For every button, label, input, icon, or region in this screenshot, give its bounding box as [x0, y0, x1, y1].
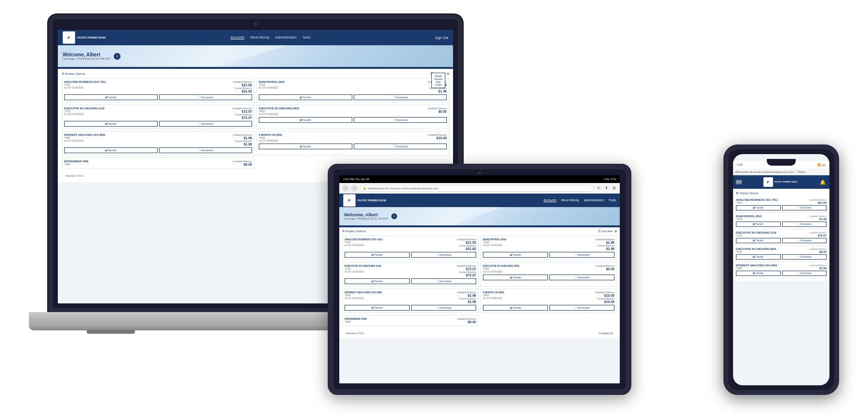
tablet-logo-box: P: [343, 194, 356, 207]
laptop-documents-btn-5[interactable]: 📄 Documents: [354, 144, 447, 149]
laptop-transfer-btn-5[interactable]: ⇄ Transfer: [259, 144, 352, 149]
laptop-notification[interactable]: 1: [114, 53, 120, 60]
tablet-footer: Member FDIC Contact Us: [342, 330, 617, 337]
tablet-content: ⚙ Display Options ☰ List view ⊞: [339, 227, 620, 339]
phone-notification-bell[interactable]: 🔔: [819, 178, 827, 186]
laptop-nav-accounts[interactable]: Accounts: [230, 36, 244, 39]
laptop-account-date-2: As Of: 07/26/2022: [64, 113, 105, 116]
tablet-signal: LTE 77%: [604, 178, 616, 181]
laptop-current-amount-4: $1.96: [233, 143, 252, 146]
laptop-transfer-btn-0[interactable]: ⇄ Transfer: [64, 94, 158, 100]
tablet-nav-move-money[interactable]: Move Money: [561, 198, 579, 202]
phone-device: 2:55 📶 5G officepremier.biz.business.onl…: [723, 144, 839, 395]
laptop-hero: Welcome, Albert Last login: 07/29/2022 0…: [58, 45, 453, 67]
tablet-account-card-1: BANCONTROL-2918 *2918 As Of: 07/26/2022 …: [481, 236, 617, 260]
tablet-documents-btn-5[interactable]: 📄 Documents: [549, 305, 614, 311]
laptop-transfer-btn-3[interactable]: ⇄ Transfer: [259, 117, 352, 123]
laptop-transfer-btn-4[interactable]: ⇄ Transfer: [64, 147, 158, 153]
tablet-list-view[interactable]: ☰ List view: [598, 229, 613, 233]
laptop-bank-nav: P PACIFIC PREMIER BANK Accounts Move Mon…: [58, 30, 453, 45]
tablet-contact[interactable]: Contact Us: [599, 332, 613, 335]
tablet-account-date-1: As Of: 07/26/2022: [483, 244, 506, 247]
tablet-nav-administration[interactable]: Administration: [584, 198, 604, 202]
tablet-current-amount-0: $21.62: [457, 247, 476, 250]
tablet-documents-btn-1[interactable]: 📄 Documents: [549, 252, 614, 258]
laptop-welcome: Welcome, Albert Last login: 07/29/2022 0…: [63, 52, 111, 60]
phone-account-number-2: *1102: [736, 234, 776, 237]
phone-documents-btn-3[interactable]: 📄 Documents: [782, 254, 827, 260]
tablet-documents-btn-0[interactable]: 📄 Documents: [411, 252, 476, 258]
phone-transfer-btn-2[interactable]: ⇄ Transfer: [736, 238, 781, 243]
tablet-documents-btn-2[interactable]: 📄 Documents: [411, 278, 476, 284]
phone-transfer-btn-3[interactable]: ⇄ Transfer: [736, 254, 781, 260]
tablet-account-actions-5: ⇄ Transfer 📄 Documents: [483, 305, 614, 311]
phone-account-card-1: BANCONTROL-2918 *2918 Available Balance …: [736, 213, 827, 229]
tablet-display-options[interactable]: ⚙ Display Options: [342, 229, 366, 233]
tablet-url-text: officepremier.biz.business.online-bankin…: [368, 187, 439, 190]
phone-documents-btn-2[interactable]: 📄 Documents: [782, 238, 827, 243]
phone-url-bar[interactable]: officepremier.biz.business.online-bankin…: [733, 169, 829, 175]
tablet-account-card-0: ANALYZED BUSINESS CKG-7911 *7911 As Of: …: [342, 236, 479, 260]
phone-transfer-btn-4[interactable]: ⇄ Transfer: [736, 271, 781, 276]
laptop-documents-btn-3[interactable]: 📄 Documents: [354, 117, 447, 123]
tablet-back-btn[interactable]: ‹: [342, 185, 349, 192]
laptop-avail-amount-2: $72.07: [233, 110, 252, 113]
laptop-documents-btn-1[interactable]: 📄 Documents: [354, 94, 447, 100]
laptop-transfer-btn-1[interactable]: ⇄ Transfer: [259, 94, 352, 100]
laptop-documents-btn-4[interactable]: 📄 Documents: [159, 147, 253, 153]
laptop-sign-out[interactable]: Sign Out: [435, 36, 448, 39]
phone-display-options[interactable]: ⚙ Display Options: [736, 191, 827, 195]
laptop-transfer-btn-2[interactable]: ⇄ Transfer: [64, 121, 158, 127]
laptop-nav-move-money[interactable]: Move Money: [250, 36, 269, 39]
phone-transfer-btn-0[interactable]: ⇄ Transfer: [736, 205, 781, 210]
tablet-fdic: Member FDIC: [346, 332, 364, 335]
phone-documents-btn-0[interactable]: 📄 Documents: [782, 205, 827, 210]
laptop-nav-administration[interactable]: Administration: [275, 36, 296, 39]
phone-logo-letter: P: [767, 181, 769, 184]
tablet-share-icon[interactable]: ⬆: [603, 185, 609, 191]
laptop-grid-icon[interactable]: ⊞: [447, 72, 449, 75]
tablet-transfer-btn-4[interactable]: ⇄ Transfer: [345, 305, 410, 311]
tablet-forward-btn[interactable]: ›: [351, 185, 358, 192]
laptop-account-date-3: As Of: 07/26/2022: [259, 113, 299, 116]
tablet-transfer-btn-0[interactable]: ⇄ Transfer: [345, 252, 410, 258]
laptop-display-options[interactable]: ⚙ Display Options: [62, 72, 85, 75]
laptop-logo: P PACIFIC PREMIER BANK: [63, 31, 106, 44]
scene: P PACIFIC PREMIER BANK Accounts Move Mon…: [0, 0, 868, 419]
laptop-documents-btn-2[interactable]: 📄 Documents: [159, 121, 253, 127]
tablet-nav-accounts[interactable]: Accounts: [544, 198, 557, 202]
phone-documents-btn-4[interactable]: 📄 Documents: [782, 271, 827, 276]
tablet-url-bar[interactable]: 🔒 officepremier.biz.business.online-bank…: [360, 185, 594, 192]
tablet-transfer-btn-2[interactable]: ⇄ Transfer: [345, 278, 410, 284]
tablet-grid-icon[interactable]: ⊞: [614, 229, 617, 233]
tablet-documents-btn-3[interactable]: 📄 Documents: [549, 275, 614, 280]
tablet-time-bar: 2:52 PM Thu Jan 28 LTE 77%: [339, 175, 620, 183]
tablet-tabs-icon[interactable]: ⊞: [611, 185, 617, 191]
laptop-mobile-deposit-btn[interactable]: Mobile Deposit User Guide: [431, 73, 445, 88]
tablet-transfer-btn-3[interactable]: ⇄ Transfer: [483, 275, 548, 280]
phone-documents-btn-1[interactable]: 📄 Documents: [782, 222, 827, 227]
tablet-avail-amount-4: $1.96: [457, 294, 476, 297]
phone-actions-2: ⇄ Transfer 📄 Documents: [736, 238, 827, 243]
phone-actions-4: ⇄ Transfer 📄 Documents: [736, 271, 827, 276]
tablet-transfer-btn-5[interactable]: ⇄ Transfer: [483, 305, 548, 311]
tablet-notification[interactable]: 1: [391, 213, 397, 219]
phone-account-card-3: EXECUTIVE 50 CHECKING-9051 *9051 Availab…: [736, 246, 827, 262]
laptop-documents-btn-0[interactable]: 📄 Documents: [159, 94, 253, 100]
phone-hamburger-menu[interactable]: [736, 180, 742, 184]
tablet-transfer-btn-1[interactable]: ⇄ Transfer: [483, 252, 548, 258]
tablet-device: 2:52 PM Thu Jan 28 LTE 77% ‹ › 🔒 officep…: [328, 164, 631, 395]
laptop-nav-tools[interactable]: Tools: [303, 36, 310, 39]
laptop-account-card-0: ANALYZED BUSINESS CKG-7911 *7911 As Of: …: [62, 78, 254, 103]
laptop-account-card-4: INTEREST ANALYZED CKG-6891 *6891 As Of: …: [62, 131, 254, 156]
tablet-refresh-icon[interactable]: ↻: [596, 185, 601, 191]
phone-balance-4: $1.96: [809, 267, 827, 270]
tablet-nav-tools[interactable]: Tools: [609, 198, 616, 202]
tablet-logo-letter: P: [348, 198, 350, 203]
laptop-avail-amount-0: $21.62: [233, 83, 252, 87]
phone-transfer-btn-1[interactable]: ⇄ Transfer: [736, 222, 781, 227]
tablet-account-actions-1: ⇄ Transfer 📄 Documents: [483, 252, 614, 258]
tablet-account-date-2: As Of: 07/26/2022: [345, 270, 381, 273]
tablet-documents-btn-4[interactable]: 📄 Documents: [411, 305, 476, 311]
phone-balance-3: $0.00: [809, 250, 827, 253]
